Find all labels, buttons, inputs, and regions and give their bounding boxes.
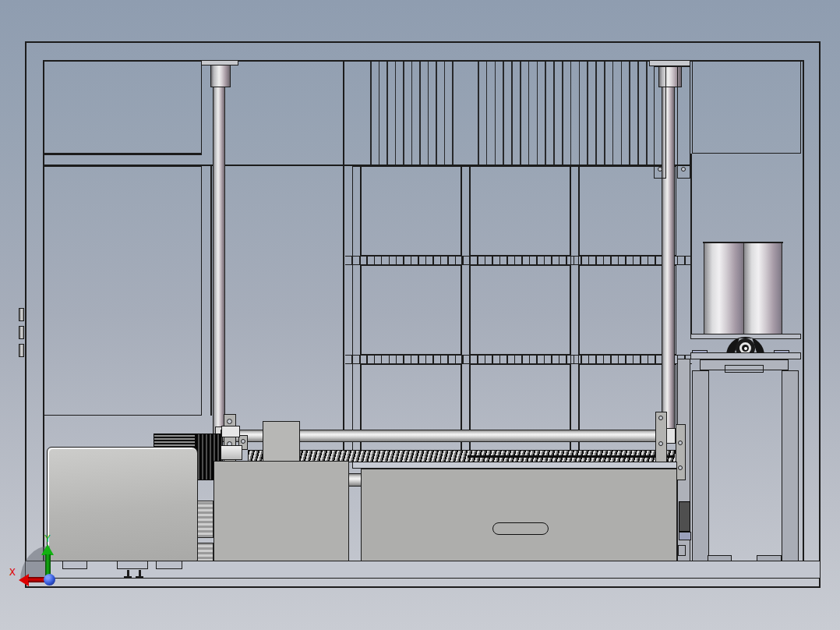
slat-line [612, 61, 614, 165]
slat-line [604, 61, 605, 165]
right-column-edge [690, 154, 692, 334]
slat-line [486, 61, 488, 165]
tank-roller-left[interactable] [704, 242, 743, 334]
z-origin-sphere [44, 574, 55, 586]
grid-panel-r2c1[interactable] [361, 166, 461, 256]
grid-panel-r3c2[interactable] [470, 265, 570, 355]
door-hinge [19, 326, 24, 339]
slat-line [520, 61, 521, 165]
right-post-bracket-left [654, 66, 666, 179]
slat-line [411, 61, 413, 165]
linear-slide-rail[interactable] [352, 462, 677, 469]
slat-line [503, 61, 504, 165]
left-post-cap[interactable] [210, 65, 231, 87]
slat-line [553, 61, 555, 165]
support-column-left[interactable] [692, 370, 709, 563]
support-column-right[interactable] [782, 370, 799, 563]
slat-line [379, 61, 380, 165]
tank-base-plate[interactable] [690, 352, 801, 359]
bracket-hole [658, 416, 663, 420]
x-axis-label: X [9, 567, 16, 577]
bracket-hole [227, 419, 232, 424]
left-rail-line [43, 154, 202, 155]
slat-line [545, 61, 546, 165]
left-post-panel-edge [210, 166, 212, 416]
right-post-bracket-right [677, 66, 690, 179]
slat-line [419, 61, 421, 165]
anchor-screw-head [124, 576, 132, 578]
slat-line [428, 61, 429, 165]
slat-line [478, 61, 479, 165]
y-axis-label: Y [44, 533, 51, 543]
slat-line [537, 61, 538, 165]
slat-line [452, 61, 454, 165]
slat-line [370, 61, 372, 165]
step-notch [725, 365, 764, 373]
motor-coupling-lower [221, 445, 242, 460]
bracket-hole [681, 167, 686, 172]
slat-line [562, 61, 563, 165]
grid-mullion-1 [352, 166, 361, 466]
bracket-hole [658, 167, 662, 172]
door-hinge [19, 344, 24, 357]
grid-panel-r2c2[interactable] [470, 166, 570, 256]
slat-line [621, 61, 623, 165]
cover-slot [492, 522, 549, 535]
slat-line [386, 61, 388, 165]
slat-line [595, 61, 597, 165]
slat-line [528, 61, 530, 165]
levelling-foot [156, 561, 182, 569]
levelling-foot [117, 561, 148, 569]
slat-line [579, 61, 581, 165]
mid-slide-box[interactable] [214, 461, 349, 571]
slat-line [436, 61, 437, 165]
slat-line [646, 61, 648, 165]
anchor-screw-head [136, 576, 143, 578]
slat-line [637, 61, 639, 165]
slat-line [587, 61, 588, 165]
frame-inner-right-edge [803, 60, 804, 561]
grid-panel-r3c1[interactable] [361, 265, 461, 355]
slat-line [495, 61, 496, 165]
slat-line [395, 61, 397, 165]
bracket-hole [678, 465, 683, 470]
slat-line [444, 61, 446, 165]
door-hinge [19, 308, 24, 321]
end-stop-tab [678, 545, 686, 556]
right-post-flange[interactable] [649, 60, 690, 66]
toothed-cross-rail-lower[interactable] [345, 355, 692, 364]
grid-left-edge [343, 60, 344, 468]
toothed-cross-rail-upper[interactable] [345, 256, 692, 265]
slat-line [570, 61, 572, 165]
long-cover-box[interactable] [361, 469, 677, 568]
slat-line [511, 61, 513, 165]
motor-coupling-upper [221, 426, 240, 437]
left-upper-door-panel[interactable] [44, 61, 202, 154]
left-lower-door-panel[interactable] [44, 166, 202, 416]
cad-viewport[interactable]: Y X [0, 0, 840, 630]
slat-line [629, 61, 630, 165]
slat-line [403, 61, 404, 165]
connector-stub [348, 473, 362, 487]
gearbox-housing[interactable] [47, 447, 198, 561]
tank-top-edge [703, 242, 783, 243]
end-stop-pad [679, 532, 691, 540]
tank-roller-right[interactable] [743, 242, 782, 334]
lead-screw-core-line [468, 455, 675, 458]
y-axis-arrowhead [41, 544, 54, 555]
bracket-hole [241, 439, 245, 444]
bracket-hole [678, 441, 683, 445]
grid-mullion-3 [570, 166, 579, 466]
right-upper-panel[interactable] [692, 61, 801, 154]
cable-carrier-upper [196, 501, 214, 538]
grid-mullion-2 [461, 166, 470, 466]
bearing-bore [744, 347, 747, 350]
shaft-right-stub [666, 428, 676, 444]
levelling-foot [62, 561, 87, 569]
left-guide-post[interactable] [213, 87, 225, 437]
carriage-block[interactable] [263, 421, 300, 462]
end-stop-block [679, 501, 690, 532]
bracket-hole [658, 441, 663, 446]
